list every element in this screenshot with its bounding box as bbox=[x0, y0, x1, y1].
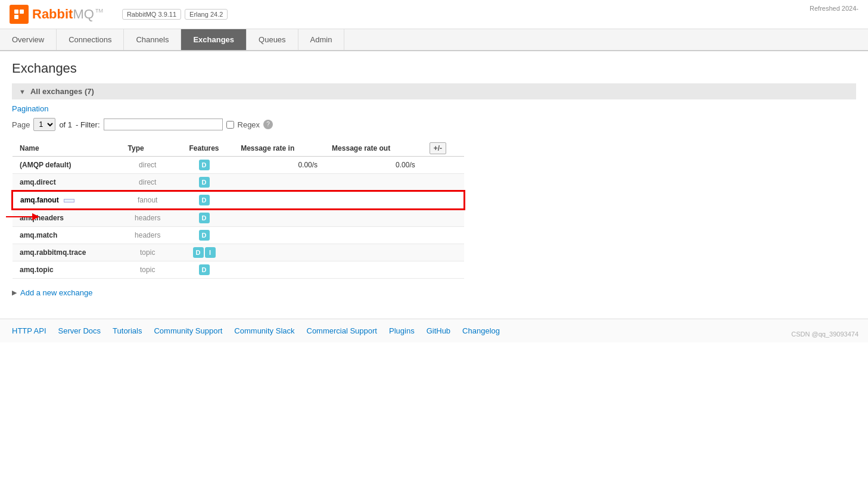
add-exchange-section[interactable]: ▶ Add a new exchange bbox=[12, 288, 856, 297]
nav-item-exchanges[interactable]: Exchanges bbox=[181, 29, 247, 50]
plus-minus-button[interactable]: +/- bbox=[430, 142, 446, 154]
row-plus-minus bbox=[422, 244, 464, 261]
exchanges-table: Name Type Features Message rate in Messa… bbox=[12, 141, 465, 279]
regex-help-icon[interactable]: ? bbox=[263, 120, 273, 129]
regex-checkbox[interactable] bbox=[226, 121, 234, 129]
row-plus-minus bbox=[422, 191, 464, 209]
page-select[interactable]: 1 bbox=[33, 118, 55, 131]
table-row[interactable]: (AMQP default)directD0.00/s0.00/s bbox=[13, 157, 464, 174]
nav-item-admin[interactable]: Admin bbox=[298, 29, 345, 50]
row-name[interactable]: amq.fanout bbox=[13, 191, 121, 209]
table-row[interactable]: amq.headersheadersD bbox=[13, 209, 464, 227]
version-rabbitmq: RabbitMQ 3.9.11 bbox=[122, 9, 181, 20]
logo-icon bbox=[10, 5, 29, 24]
table-row[interactable]: amq.topictopicD bbox=[13, 261, 464, 279]
feature-badge: D bbox=[199, 160, 210, 170]
row-features: D bbox=[175, 191, 234, 209]
nav-item-queues[interactable]: Queues bbox=[247, 29, 298, 50]
logo-rabbit: Rabbit bbox=[32, 7, 73, 21]
row-rate-out bbox=[325, 209, 422, 227]
feature-badge: D bbox=[199, 230, 210, 241]
row-name[interactable]: (AMQP default) bbox=[13, 157, 121, 174]
row-plus-minus bbox=[422, 261, 464, 279]
row-features: D bbox=[175, 261, 234, 279]
footer-link-plugins[interactable]: Plugins bbox=[389, 326, 415, 335]
exchanges-table-container: Name Type Features Message rate in Messa… bbox=[12, 141, 856, 279]
row-type: fanout bbox=[121, 191, 175, 209]
nav-item-channels[interactable]: Channels bbox=[124, 29, 181, 50]
feature-badge: D bbox=[199, 195, 210, 205]
row-rate-in bbox=[234, 261, 325, 279]
table-row[interactable]: amq.directdirectD bbox=[13, 174, 464, 192]
row-rate-in bbox=[234, 209, 325, 227]
annotation-arrow bbox=[6, 211, 42, 225]
row-name[interactable]: amq.direct bbox=[13, 174, 121, 192]
filter-input[interactable] bbox=[104, 119, 223, 130]
table-row[interactable]: amq.matchheadersD bbox=[13, 227, 464, 244]
row-features: D bbox=[175, 174, 234, 192]
row-type: topic bbox=[121, 261, 175, 279]
main-nav: OverviewConnectionsChannelsExchangesQueu… bbox=[0, 29, 868, 51]
feature-badge: D bbox=[199, 177, 210, 188]
svg-rect-2 bbox=[14, 15, 18, 19]
feature-badge: I bbox=[205, 247, 216, 258]
row-rate-out bbox=[325, 261, 422, 279]
row-rate-out: 0.00/s bbox=[325, 157, 422, 174]
page-title: Exchanges bbox=[12, 61, 856, 76]
svg-rect-1 bbox=[20, 10, 24, 14]
footer-link-http-api[interactable]: HTTP API bbox=[12, 326, 46, 335]
version-erlang: Erlang 24.2 bbox=[185, 9, 228, 20]
nav-item-overview[interactable]: Overview bbox=[0, 29, 57, 50]
regex-label: Regex bbox=[238, 120, 260, 129]
row-name[interactable]: amq.topic bbox=[13, 261, 121, 279]
refresh-info: Refreshed 2024- bbox=[810, 5, 858, 12]
table-row[interactable]: amq.rabbitmq.tracetopicDI bbox=[13, 244, 464, 261]
exchange-tooltip bbox=[64, 199, 74, 202]
col-rate-in: Message rate in bbox=[234, 141, 325, 157]
nav-item-connections[interactable]: Connections bbox=[57, 29, 124, 50]
row-features: D bbox=[175, 227, 234, 244]
logo-mq: MQ bbox=[73, 7, 94, 21]
row-type: direct bbox=[121, 174, 175, 192]
row-rate-in bbox=[234, 174, 325, 192]
row-type: headers bbox=[121, 227, 175, 244]
row-type: direct bbox=[121, 157, 175, 174]
row-rate-in bbox=[234, 244, 325, 261]
footer-link-server-docs[interactable]: Server Docs bbox=[58, 326, 101, 335]
footer-links: HTTP APIServer DocsTutorialsCommunity Su… bbox=[12, 326, 500, 335]
all-exchanges-section[interactable]: ▼ All exchanges (7) bbox=[12, 83, 856, 99]
footer-link-changelog[interactable]: Changelog bbox=[462, 326, 500, 335]
footer-link-commercial-support[interactable]: Commercial Support bbox=[307, 326, 378, 335]
row-plus-minus bbox=[422, 209, 464, 227]
row-name[interactable]: amq.rabbitmq.trace bbox=[13, 244, 121, 261]
row-rate-out bbox=[325, 227, 422, 244]
row-rate-in: 0.00/s bbox=[234, 157, 325, 174]
section-collapse-arrow: ▼ bbox=[19, 88, 26, 95]
row-name[interactable]: amq.match bbox=[13, 227, 121, 244]
svg-rect-0 bbox=[14, 10, 18, 14]
footer-link-tutorials[interactable]: Tutorials bbox=[113, 326, 142, 335]
row-plus-minus bbox=[422, 227, 464, 244]
row-features: D bbox=[175, 157, 234, 174]
feature-badge: D bbox=[199, 213, 210, 223]
col-plus-minus: +/- bbox=[422, 141, 464, 157]
col-features: Features bbox=[175, 141, 234, 157]
col-rate-out: Message rate out bbox=[325, 141, 422, 157]
feature-badge: D bbox=[199, 264, 210, 275]
row-features: DI bbox=[175, 244, 234, 261]
row-rate-out bbox=[325, 244, 422, 261]
row-type: topic bbox=[121, 244, 175, 261]
table-row[interactable]: amq.fanoutfanoutD bbox=[13, 191, 464, 209]
footer-link-community-slack[interactable]: Community Slack bbox=[234, 326, 294, 335]
row-features: D bbox=[175, 209, 234, 227]
footer-link-community-support[interactable]: Community Support bbox=[154, 326, 222, 335]
logo: RabbitMQ TM bbox=[10, 5, 110, 24]
row-rate-in bbox=[234, 191, 325, 209]
pagination-label[interactable]: Pagination bbox=[12, 104, 856, 113]
footer-link-github[interactable]: GitHub bbox=[427, 326, 450, 335]
row-plus-minus bbox=[422, 157, 464, 174]
page-label: Page bbox=[12, 120, 30, 129]
col-name: Name bbox=[13, 141, 121, 157]
logo-tm: TM bbox=[95, 8, 103, 14]
row-rate-out bbox=[325, 191, 422, 209]
